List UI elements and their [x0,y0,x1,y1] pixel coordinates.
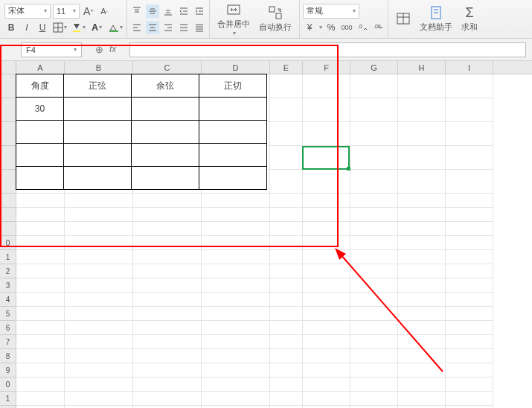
cell[interactable] [446,307,493,321]
cell[interactable] [16,335,65,349]
cell[interactable] [202,236,270,250]
table-header-cell[interactable]: 正切 [199,74,267,98]
cell[interactable] [446,98,493,122]
column-header[interactable]: F [303,61,350,74]
cell[interactable] [133,194,202,208]
comma-button[interactable]: 000 [340,21,353,34]
cell[interactable] [446,236,493,250]
cell[interactable] [446,349,493,363]
doc-helper-button[interactable]: 文档助手 [415,0,457,38]
align-bottom-button[interactable] [161,4,175,18]
cell[interactable] [350,122,398,146]
cell[interactable] [202,278,270,293]
row-header[interactable] [0,98,16,122]
table-cell[interactable] [131,97,199,121]
decrease-decimal-button[interactable]: .00 [371,21,385,34]
cell[interactable] [350,222,398,236]
cell[interactable] [398,335,446,349]
cell[interactable] [398,74,446,98]
cell[interactable] [303,278,350,293]
cell[interactable] [65,208,133,222]
cell[interactable] [133,278,202,293]
currency-button[interactable]: ¥ [303,21,316,34]
row-header[interactable] [0,208,16,222]
cell[interactable] [270,208,303,222]
cell[interactable] [303,307,350,321]
cell[interactable] [398,208,446,222]
cell[interactable] [446,278,493,293]
column-header[interactable]: A [16,61,65,74]
cell[interactable] [202,349,270,363]
cell[interactable] [16,194,65,208]
align-middle-button[interactable] [146,4,159,18]
cell[interactable] [65,264,133,278]
cell[interactable] [65,321,133,335]
cell[interactable] [398,98,446,122]
cell[interactable] [398,236,446,250]
percent-button[interactable]: % [324,21,338,34]
cell[interactable] [16,377,65,392]
cell[interactable] [133,307,202,321]
cell[interactable] [133,321,202,335]
align-left-button[interactable] [130,21,144,34]
cell[interactable] [350,377,398,392]
cell[interactable] [65,307,133,321]
align-center-button[interactable] [146,21,159,34]
font-size-select[interactable]: 11 ▾ [53,4,80,19]
cell[interactable] [398,146,446,170]
row-header[interactable] [0,122,16,146]
cell[interactable] [16,307,65,321]
cell[interactable] [303,264,350,278]
row-header[interactable]: 1 [0,392,16,406]
cell[interactable] [202,264,270,278]
cell[interactable] [350,293,398,307]
format-button[interactable] [391,0,415,38]
cell[interactable] [350,307,398,321]
cell[interactable] [398,307,446,321]
cell[interactable] [202,208,270,222]
cell[interactable] [133,250,202,264]
table-cell[interactable]: 30 [16,97,64,121]
cell[interactable] [446,293,493,307]
cell[interactable] [398,122,446,146]
increase-decimal-button[interactable]: .0 [356,21,369,34]
cell[interactable] [398,392,446,406]
column-header[interactable]: D [202,61,270,74]
row-header[interactable] [0,146,16,170]
cell[interactable] [350,278,398,293]
table-cell[interactable] [199,97,267,121]
cell[interactable] [350,264,398,278]
cell[interactable] [446,194,493,208]
justify-button[interactable] [177,21,190,34]
row-header[interactable]: 3 [0,278,16,293]
cell[interactable] [202,392,270,406]
cell[interactable] [202,363,270,377]
cell[interactable] [303,208,350,222]
cell[interactable] [270,335,303,349]
cell[interactable] [133,222,202,236]
cell[interactable] [303,74,350,98]
cell[interactable] [202,321,270,335]
cell[interactable] [270,98,303,122]
cell[interactable] [270,250,303,264]
cell[interactable] [303,377,350,392]
cell[interactable] [270,122,303,146]
cell[interactable] [446,146,493,170]
column-header[interactable]: I [446,61,493,74]
row-header[interactable] [0,194,16,208]
cell[interactable] [446,264,493,278]
cell[interactable] [303,194,350,208]
cell[interactable] [133,363,202,377]
font-name-select[interactable]: 宋体 ▾ [4,4,51,19]
cell[interactable] [133,264,202,278]
cell[interactable] [398,194,446,208]
column-header[interactable]: G [350,61,398,74]
cell[interactable] [350,236,398,250]
cell[interactable] [398,321,446,335]
cell[interactable] [133,377,202,392]
cell[interactable] [65,194,133,208]
row-header[interactable]: 5 [0,307,16,321]
cell[interactable] [16,250,65,264]
row-header[interactable]: 2 [0,264,16,278]
decrease-indent-button[interactable] [177,4,190,18]
